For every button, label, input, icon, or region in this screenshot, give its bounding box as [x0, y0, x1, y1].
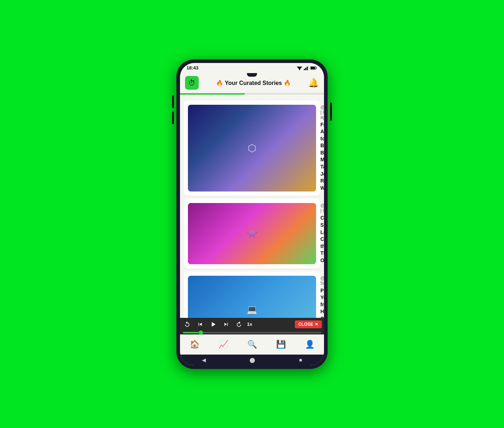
android-recents-button[interactable]: ■	[299, 357, 302, 363]
volume-up-button	[172, 95, 174, 108]
search-icon: 🔍	[247, 340, 257, 349]
status-bar: 18:43	[180, 63, 324, 73]
nav-trending[interactable]: 📈	[215, 336, 232, 353]
app-title: 🔥 Your Curated Stories 🔥	[216, 80, 291, 86]
svg-rect-2	[304, 69, 305, 70]
story-meta-3: @aswagaawy | 5m | 5 days ago Protecting …	[320, 276, 324, 318]
story-card-3[interactable]: @aswagaawy | 5m | 5 days ago Protecting …	[184, 271, 320, 318]
camera-notch	[247, 73, 257, 77]
story-author-1: @ishanpandey | 8m | 2 days ago	[320, 105, 324, 120]
battery-icon	[310, 66, 317, 70]
nav-profile[interactable]: 👤	[301, 336, 318, 353]
logo-icon: ⏱	[188, 79, 195, 87]
svg-rect-5	[308, 66, 309, 70]
signal-icon	[304, 66, 309, 70]
wifi-icon	[297, 66, 302, 70]
home-icon: 🏠	[190, 340, 199, 349]
nav-home[interactable]: 🏠	[186, 336, 203, 353]
android-home-button[interactable]: ⬤	[249, 357, 255, 363]
phone-device: 18:43	[176, 59, 328, 369]
status-time: 18:43	[186, 65, 198, 71]
story-meta-1: @ishanpandey | 8m | 2 days ago From Acad…	[320, 105, 324, 192]
close-button[interactable]: CLOSE ✕	[295, 320, 322, 328]
status-icons	[297, 66, 317, 70]
player-progress-fill	[183, 332, 201, 333]
svg-rect-4	[307, 67, 308, 70]
player-progress-row	[180, 331, 324, 334]
volume-down-button	[172, 112, 174, 124]
story-meta-2: @davidecarmeci | 8m Children Should Begi…	[320, 203, 324, 264]
svg-rect-7	[316, 67, 317, 69]
top-progress-fill	[180, 93, 245, 95]
svg-point-1	[299, 69, 300, 70]
player-progress-track[interactable]	[183, 332, 321, 333]
story-title-1: From Academia to Blockchain Brilliance: …	[320, 121, 324, 192]
play-button[interactable]	[208, 319, 218, 329]
story-thumbnail-3	[188, 276, 316, 318]
next-button[interactable]	[221, 319, 231, 329]
skip-previous-icon	[197, 321, 203, 328]
story-card-2[interactable]: @davidecarmeci | 8m Children Should Begi…	[184, 199, 320, 268]
nav-save[interactable]: 💾	[272, 336, 289, 353]
skip-next-icon	[223, 321, 229, 328]
nav-search[interactable]: 🔍	[243, 336, 261, 353]
forward-icon	[236, 321, 242, 328]
android-back-button[interactable]: ◀	[202, 357, 206, 363]
trending-icon: 📈	[219, 340, 228, 349]
android-nav-bar: ◀ ⬤ ■	[180, 355, 324, 365]
story-card-1[interactable]: @ishanpandey | 8m | 2 days ago From Acad…	[184, 100, 320, 196]
app-logo: ⏱	[185, 76, 199, 90]
replay-icon	[184, 321, 190, 328]
svg-rect-8	[311, 67, 315, 69]
previous-button[interactable]	[195, 319, 205, 329]
story-title-2: Children Should Begin Learning Cybersecu…	[320, 215, 324, 264]
top-progress-bar	[180, 93, 324, 95]
replay-button[interactable]	[182, 319, 192, 329]
player-progress-thumb	[199, 330, 203, 335]
power-button	[330, 103, 332, 121]
play-icon	[209, 320, 217, 328]
story-author-3: @aswagaawy | 5m | 5 days ago	[320, 276, 324, 286]
close-label: CLOSE	[298, 322, 313, 327]
story-thumbnail-1	[188, 105, 316, 192]
story-title-3: Protecting Your Gadgets from Hackers: 9 …	[320, 287, 324, 318]
story-thumbnail-2	[188, 203, 316, 264]
notification-bell-icon[interactable]: 🔔	[308, 78, 319, 88]
media-player: 1x CLOSE ✕	[180, 318, 324, 331]
forward-button[interactable]	[234, 319, 244, 329]
bottom-nav: 🏠 📈 🔍 💾 👤	[180, 334, 324, 355]
playback-speed[interactable]: 1x	[247, 321, 252, 327]
save-icon: 💾	[276, 340, 286, 349]
profile-icon: 👤	[305, 340, 315, 349]
svg-rect-3	[305, 68, 306, 70]
story-author-2: @davidecarmeci | 8m	[320, 203, 324, 213]
content-area: @ishanpandey | 8m | 2 days ago From Acad…	[180, 96, 324, 318]
close-x-icon: ✕	[315, 322, 318, 327]
phone-screen: 18:43	[180, 63, 324, 365]
